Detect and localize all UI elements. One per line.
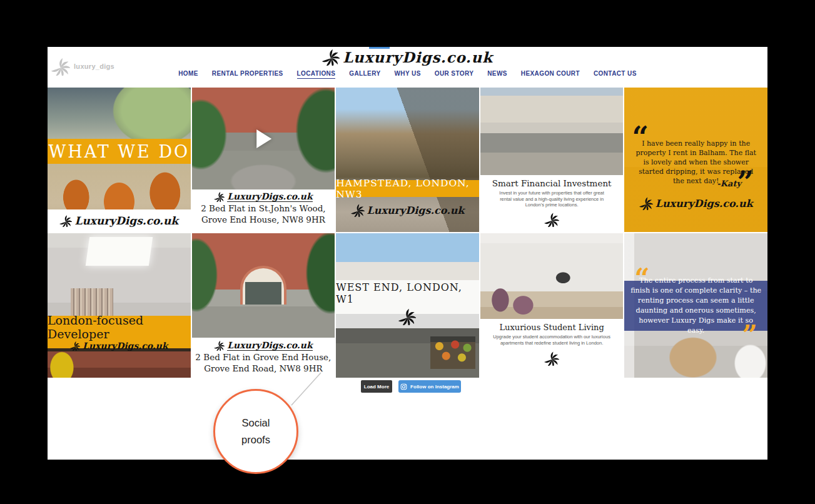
brand-text: LuxuryDigs.co.uk [367,204,465,216]
brand-row [480,351,624,368]
swirl-logo-icon [351,203,365,217]
post-photo-room-skylight: London-focused Developer LuxuryDigs.co.u… [48,233,191,378]
nav-item-contact-us[interactable]: CONTACT US [594,70,637,79]
post-photo-kitchen [480,233,624,319]
brand-text: LuxuryDigs.co.uk [74,214,178,227]
brand-row: LuxuryDigs.co.uk [70,341,168,351]
post-photo-dining-room: WHAT WE DO LuxuryDigs.co.uk [48,88,191,232]
feed-post-testimonial-process[interactable]: The entire process from start to finish … [624,233,767,378]
caption-line: Grove End House, NW8 9HR [192,214,335,224]
feed-post-hampstead[interactable]: HAMPSTEAD, LONDON, NW3 LuxuryDigs.co.uk [336,88,479,232]
post-photo-hampstead-street: HAMPSTEAD, LONDON, NW3 LuxuryDigs.co.uk [336,88,479,232]
instagram-feed-grid: WHAT WE DO LuxuryDigs.co.uk LuxuryDig [48,88,767,378]
door-shape [245,282,281,305]
play-icon[interactable] [256,129,271,148]
close-quote-icon: ” [737,168,754,196]
banner-text: London-focused Developer [48,313,191,341]
post-photo-west-end-street: WEST END, LONDON, W1 [336,233,479,378]
close-quote-icon: ” [742,322,757,348]
load-more-button[interactable]: Load More [361,380,392,393]
nav-item-rental-properties[interactable]: RENTAL PROPERTIES [212,70,283,79]
brand-text: LuxuryDigs.co.uk [656,198,753,209]
post-caption-area: Luxurious Student Living Upgrade your st… [480,319,624,378]
caption-line: 2 Bed Flat in Grove End House, [192,352,335,362]
brand-row [398,308,416,328]
post-caption-area: Smart Financial Investment Invest in you… [480,175,624,232]
swirl-logo-icon [544,351,559,366]
swirl-logo-icon [214,340,225,351]
post-body: Invest in your future with properties th… [495,190,608,208]
caption-line: Grove End Road, NW8 9HR [192,363,335,373]
nav-item-news[interactable]: NEWS [487,70,507,79]
website-page: luxury_digs LuxuryDigs.co.uk HOME RENTAL… [48,47,767,460]
post-photo-brick-entrance [192,233,335,338]
feed-post-student-living[interactable]: Luxurious Student Living Upgrade your st… [480,233,624,378]
brand-row: LuxuryDigs.co.uk [336,203,479,217]
post-photo-building-driveway [192,88,335,189]
post-body: Upgrade your student accommodation with … [492,334,611,346]
nav-item-home[interactable]: HOME [178,70,198,79]
swirl-logo-icon [70,341,80,351]
site-logo[interactable]: LuxuryDigs.co.uk [48,48,767,66]
post-title: Luxurious Student Living [480,323,624,332]
feed-post-what-we-do[interactable]: WHAT WE DO LuxuryDigs.co.uk [48,88,191,232]
swirl-logo-icon [322,48,340,66]
post-caption-area: LuxuryDigs.co.uk 2 Bed Flat in St.John's… [192,189,335,232]
brand-text: LuxuryDigs.co.uk [227,191,312,202]
callout-label: Social proofs [231,415,281,448]
banner-text: HAMPSTEAD, LONDON, NW3 [336,178,479,200]
swirl-logo-icon [398,308,416,325]
banner-text: WHAT WE DO [48,142,190,161]
brand-text: LuxuryDigs.co.uk [83,341,168,351]
site-logo-text: LuxuryDigs.co.uk [343,49,493,66]
swirl-logo-icon [59,214,72,227]
follow-label: Follow on Instagram [410,384,459,390]
caption-line: 2 Bed Flat in St.John's Wood, [192,203,335,213]
swirl-logo-icon [639,196,653,210]
site-header: luxury_digs LuxuryDigs.co.uk HOME RENTAL… [48,47,767,88]
feed-post-testimonial-katy[interactable]: “ I have been really happy in the proper… [624,88,767,232]
brand-row: LuxuryDigs.co.uk [192,191,335,202]
brand-row [480,212,624,229]
nav-item-our-story[interactable]: OUR STORY [435,70,474,79]
feed-post-west-end[interactable]: WEST END, LONDON, W1 [336,233,479,378]
nav-item-locations[interactable]: LOCATIONS [297,70,336,79]
feed-post-grove-end-house[interactable]: LuxuryDigs.co.uk 2 Bed Flat in Grove End… [192,233,335,378]
instagram-icon [400,383,407,390]
post-photo-city-building [480,88,624,175]
feed-post-video-st-johns-wood[interactable]: LuxuryDigs.co.uk 2 Bed Flat in St.John's… [192,88,335,232]
yellow-banner: WHAT WE DO [48,139,191,164]
white-banner: WEST END, LONDON, W1 [336,280,479,328]
nav-item-gallery[interactable]: GALLERY [349,70,380,79]
post-caption-area: LuxuryDigs.co.uk 2 Bed Flat in Grove End… [192,338,335,378]
feed-post-smart-financial[interactable]: Smart Financial Investment Invest in you… [480,88,624,232]
brand-row: LuxuryDigs.co.uk [192,340,335,351]
brand-row: LuxuryDigs.co.uk [624,196,767,210]
yellow-banner: London-focused Developer LuxuryDigs.co.u… [48,316,191,348]
skylight-shape [86,237,153,266]
yellow-banner: HAMPSTEAD, LONDON, NW3 [336,180,479,197]
post-title: Smart Financial Investment [480,178,624,188]
nav-item-why-us[interactable]: WHY US [395,70,421,79]
main-navigation: HOME RENTAL PROPERTIES LOCATIONS GALLERY… [48,70,767,79]
banner-text: WEST END, LONDON, W1 [336,281,479,305]
brand-strip: LuxuryDigs.co.uk [48,209,191,232]
post-photo-bathroom: The entire process from start to finish … [624,233,767,378]
feed-post-london-developer[interactable]: London-focused Developer LuxuryDigs.co.u… [48,233,191,378]
swirl-logo-icon [544,212,559,227]
screenshot-canvas: luxury_digs LuxuryDigs.co.uk HOME RENTAL… [0,0,815,504]
fruit-stand-shape [430,336,475,369]
follow-on-instagram-button[interactable]: Follow on Instagram [398,380,461,393]
open-quote-icon: “ [634,266,649,292]
brand-text: LuxuryDigs.co.uk [227,340,312,351]
swirl-logo-icon [214,191,225,202]
social-proofs-callout: Social proofs [213,389,298,474]
nav-item-hexagon-court[interactable]: HEXAGON COURT [521,70,580,79]
